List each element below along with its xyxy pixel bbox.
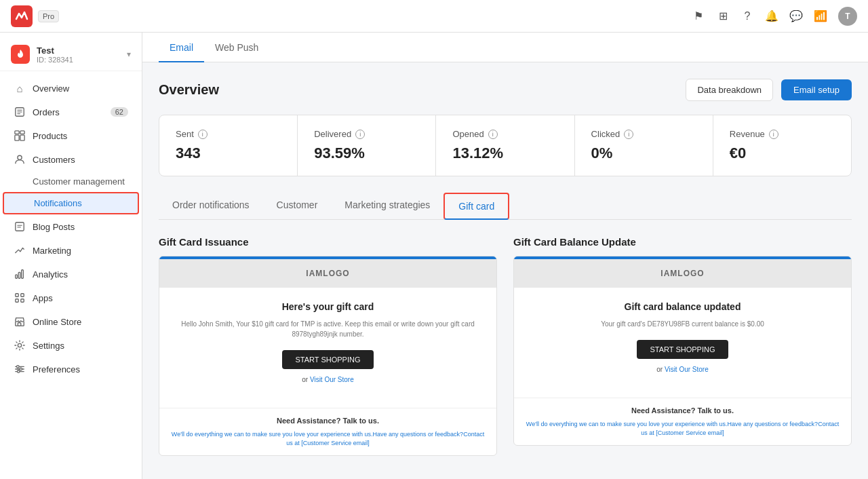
store-id: ID: 328341 bbox=[37, 56, 127, 64]
main-tab-bar: Email Web Push bbox=[142, 33, 868, 62]
marketing-svg-icon bbox=[14, 245, 25, 256]
sidebar-item-customers[interactable]: Customers bbox=[3, 148, 139, 171]
revenue-info-icon[interactable]: i bbox=[769, 130, 778, 139]
svg-rect-10 bbox=[16, 223, 24, 231]
svg-rect-8 bbox=[20, 131, 24, 134]
svg-rect-14 bbox=[18, 272, 20, 278]
store-info: Test ID: 328341 bbox=[37, 45, 127, 64]
sidebar-item-overview[interactable]: ⌂ Overview bbox=[3, 77, 139, 100]
gift-card-balance-preview: IAMLOGO Gift card balance updated Your g… bbox=[513, 256, 852, 446]
stat-sent-label: Sent i bbox=[176, 129, 281, 139]
svg-rect-5 bbox=[15, 135, 19, 140]
stat-revenue-value: €0 bbox=[730, 145, 835, 162]
gift-card-issuance-title: Gift Card Issuance bbox=[159, 236, 497, 248]
sidebar-item-label-online-store: Online Store bbox=[33, 317, 81, 327]
customers-svg-icon bbox=[14, 154, 25, 165]
blog-icon bbox=[14, 221, 26, 233]
sub-tab-gift-card[interactable]: Gift card bbox=[443, 193, 509, 220]
svg-rect-18 bbox=[16, 299, 18, 302]
content-area: Overview Data breakdown Email setup Sent… bbox=[142, 62, 868, 479]
stat-clicked-label: Clicked i bbox=[591, 129, 696, 139]
email-heading-balance: Gift card balance updated bbox=[525, 301, 840, 312]
products-icon bbox=[14, 130, 26, 142]
orders-icon bbox=[14, 106, 26, 118]
email-btn-wrapper-issuance: START SHOPPING bbox=[170, 350, 486, 376]
visit-our-store-link-issuance[interactable]: Visit Our Store bbox=[310, 376, 354, 383]
email-link-issuance: or Visit Our Store bbox=[170, 376, 486, 383]
svg-rect-19 bbox=[21, 299, 24, 302]
sub-tab-customer[interactable]: Customer bbox=[263, 193, 332, 220]
sub-tab-marketing-strategies[interactable]: Marketing strategies bbox=[331, 193, 443, 220]
settings-svg-icon bbox=[14, 340, 25, 351]
preferences-icon bbox=[14, 363, 26, 375]
svg-point-9 bbox=[18, 155, 22, 159]
stat-revenue: Revenue i €0 bbox=[713, 115, 851, 176]
svg-rect-7 bbox=[15, 131, 19, 134]
email-start-shopping-btn-issuance[interactable]: START SHOPPING bbox=[282, 350, 374, 369]
sidebar: Test ID: 328341 ▾ ⌂ Overview Orders 62 P… bbox=[0, 33, 142, 479]
sidebar-item-label-customers: Customers bbox=[33, 155, 75, 165]
stat-opened: Opened i 13.12% bbox=[436, 115, 574, 176]
sidebar-item-orders[interactable]: Orders 62 bbox=[3, 100, 139, 123]
avatar[interactable]: T bbox=[838, 7, 857, 26]
visit-our-store-link-balance[interactable]: Visit Our Store bbox=[665, 366, 709, 373]
sidebar-item-label-orders: Orders bbox=[33, 107, 60, 117]
stat-sent: Sent i 343 bbox=[159, 115, 298, 176]
sub-tab-order-notifications[interactable]: Order notifications bbox=[159, 193, 263, 220]
logo[interactable]: Pro bbox=[11, 5, 59, 27]
sidebar-item-label-blog-posts: Blog Posts bbox=[33, 222, 75, 232]
flag-icon[interactable]: ⚑ bbox=[692, 9, 705, 23]
marketing-icon bbox=[14, 244, 26, 256]
stat-opened-label: Opened i bbox=[452, 129, 557, 139]
delivered-info-icon[interactable]: i bbox=[355, 130, 365, 139]
email-btn-wrapper-balance: START SHOPPING bbox=[525, 340, 840, 366]
customer-service-link-issuance[interactable]: [Customer Service email] bbox=[301, 440, 370, 446]
wifi-icon[interactable]: 📶 bbox=[814, 9, 827, 23]
sidebar-item-analytics[interactable]: Analytics bbox=[3, 263, 139, 286]
customer-service-link-balance[interactable]: [Customer Service email] bbox=[656, 429, 724, 436]
orders-badge: 62 bbox=[111, 107, 128, 117]
sidebar-item-settings[interactable]: Settings bbox=[3, 334, 139, 357]
store-selector[interactable]: Test ID: 328341 ▾ bbox=[0, 38, 142, 71]
sidebar-item-apps[interactable]: Apps bbox=[3, 286, 139, 309]
store-svg-icon bbox=[14, 316, 25, 327]
sidebar-item-marketing[interactable]: Marketing bbox=[3, 239, 139, 262]
email-footer-title-balance: Need Assistance? Talk to us. bbox=[525, 406, 840, 415]
clicked-info-icon[interactable]: i bbox=[624, 130, 633, 139]
gift-card-issuance-section: Gift Card Issuance IAMLOGO Here's your g… bbox=[159, 236, 497, 456]
sidebar-item-customer-management[interactable]: Customer management bbox=[3, 172, 139, 191]
tab-email[interactable]: Email bbox=[159, 33, 204, 62]
gift-card-balance-section: Gift Card Balance Update IAMLOGO Gift ca… bbox=[513, 236, 852, 456]
customers-icon bbox=[14, 153, 26, 166]
overview-header: Overview Data breakdown Email setup bbox=[159, 79, 852, 101]
email-setup-button[interactable]: Email setup bbox=[781, 79, 852, 100]
grid-icon[interactable]: ⊞ bbox=[716, 9, 730, 23]
preferences-svg-icon bbox=[14, 364, 25, 375]
sidebar-item-label-apps: Apps bbox=[33, 293, 53, 303]
opened-info-icon[interactable]: i bbox=[488, 130, 498, 139]
svg-rect-17 bbox=[21, 294, 24, 296]
sidebar-item-notifications[interactable]: Notifications bbox=[3, 192, 139, 214]
svg-rect-13 bbox=[16, 275, 18, 278]
stat-delivered-value: 93.59% bbox=[314, 145, 419, 162]
sidebar-item-preferences[interactable]: Preferences bbox=[3, 358, 139, 381]
help-icon[interactable]: ? bbox=[741, 9, 754, 23]
email-footer-title-issuance: Need Assistance? Talk to us. bbox=[170, 417, 486, 425]
sidebar-item-online-store[interactable]: Online Store bbox=[3, 310, 139, 333]
bell-icon[interactable]: 🔔 bbox=[765, 9, 778, 23]
sidebar-item-products[interactable]: Products bbox=[3, 124, 139, 147]
data-breakdown-button[interactable]: Data breakdown bbox=[686, 79, 773, 101]
email-logo-balance: IAMLOGO bbox=[514, 259, 851, 288]
tab-web-push[interactable]: Web Push bbox=[204, 33, 269, 62]
overview-title: Overview bbox=[159, 82, 219, 98]
sidebar-item-label-preferences: Preferences bbox=[33, 364, 80, 375]
stat-opened-value: 13.12% bbox=[452, 145, 557, 162]
stat-clicked: Clicked i 0% bbox=[575, 115, 713, 176]
email-footer-text-issuance: We'll do everything we can to make sure … bbox=[170, 430, 486, 447]
email-start-shopping-btn-balance[interactable]: START SHOPPING bbox=[637, 340, 729, 359]
email-text-issuance: Hello John Smith, Your $10 gift card for… bbox=[170, 319, 486, 339]
sent-info-icon[interactable]: i bbox=[198, 130, 208, 139]
chat-icon[interactable]: 💬 bbox=[789, 9, 803, 23]
chevron-down-icon: ▾ bbox=[127, 50, 131, 59]
sidebar-item-blog-posts[interactable]: Blog Posts bbox=[3, 215, 139, 238]
